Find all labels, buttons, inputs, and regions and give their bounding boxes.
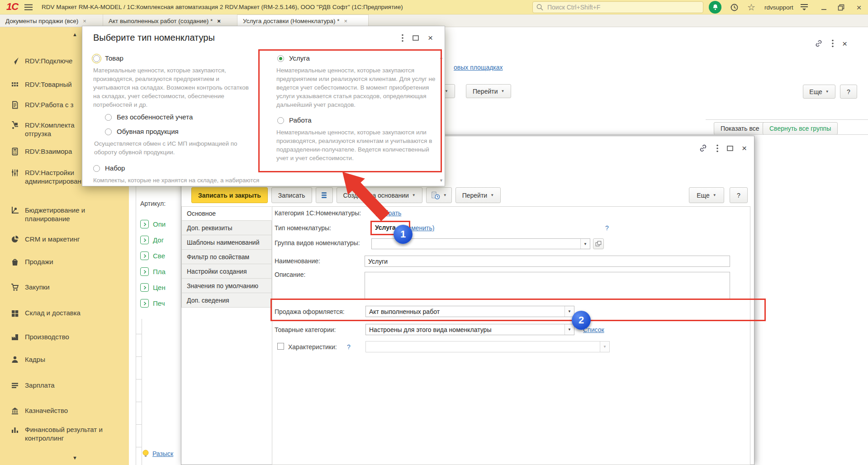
form-tab-property-filter[interactable]: Фильтр по свойствам [181, 250, 272, 264]
sidebar-item-treasury[interactable]: Казначейство [11, 406, 106, 415]
sidebar-item-payroll[interactable]: Зарплата [11, 381, 106, 389]
user-menu[interactable]: rdvsupport [764, 4, 793, 11]
tab-work-act[interactable]: Акт выполненных работ (создание) * × [103, 14, 237, 27]
sidebar-item-sales[interactable]: Продажи [11, 257, 106, 266]
type-help[interactable]: ? [605, 224, 609, 232]
create-based-on-button[interactable]: Создать на основании▼ [337, 187, 422, 203]
chevron-down-icon[interactable]: ▼ [580, 239, 590, 249]
radio-bez-osobennostey[interactable] [105, 114, 112, 121]
category-select-link[interactable]: Выбрать [376, 209, 401, 217]
sidebar-item-rdv-nastroiki[interactable]: RDV:Настройки администрирование [11, 168, 74, 185]
tab-sales-documents[interactable]: Документы продажи (все) × [0, 14, 103, 27]
close-window-icon[interactable]: × [742, 144, 747, 152]
minimize-button[interactable] [817, 0, 830, 14]
restore-button[interactable] [834, 0, 848, 14]
radio-obuv-label[interactable]: Обувная продукция [117, 128, 179, 135]
modal-scroll-up[interactable]: ▲ [439, 55, 443, 60]
main-menu-icon[interactable] [23, 0, 34, 14]
radio-tovar-label[interactable]: Товар [105, 54, 123, 62]
kebab-menu-icon[interactable] [832, 39, 834, 47]
name-input[interactable] [365, 256, 730, 267]
form-goto-button[interactable]: Перейти▼ [455, 187, 501, 203]
sidebar-scroll-up[interactable]: ▲ [72, 32, 77, 37]
form-tab-name-templates[interactable]: Шаблоны наименований [181, 235, 272, 250]
group-compare-button[interactable] [593, 238, 604, 249]
radio-usluga[interactable] [277, 55, 284, 62]
nav-item-contracts[interactable]: Дог [140, 236, 164, 244]
characteristics-checkbox[interactable] [277, 343, 284, 350]
form-tab-main[interactable]: Основное [181, 206, 272, 221]
radio-nabor-label[interactable]: Набор [105, 164, 125, 172]
nav-item-info[interactable]: Све [140, 251, 165, 260]
sidebar-item-rdv-komplekta[interactable]: RDV:Комплекта отгрузка [11, 121, 74, 138]
maximize-icon[interactable] [727, 146, 733, 151]
characteristics-combo[interactable]: ▼ [365, 341, 610, 352]
show-in-list-button[interactable] [316, 187, 333, 203]
sidebar-item-financial-result[interactable]: Финансовый результат и контроллинг [11, 425, 106, 442]
radio-bez-label[interactable]: Без особенностей учета [117, 113, 193, 121]
background-more-button[interactable]: Еще▼ [803, 85, 835, 99]
close-window-icon[interactable]: × [842, 39, 847, 48]
save-and-close-button[interactable]: Записать и закрыть [191, 187, 268, 203]
radio-tovar[interactable] [93, 55, 100, 62]
collapse-all-groups-button[interactable]: Свернуть все группы [763, 122, 838, 135]
nav-item-description[interactable]: Опи [140, 220, 166, 228]
close-modal-icon[interactable]: × [428, 33, 433, 42]
sidebar-item-hr[interactable]: Кадры [11, 355, 106, 364]
nav-item-prices[interactable]: Цен [140, 283, 166, 292]
get-link-icon[interactable] [698, 143, 708, 153]
sidebar-scroll-down[interactable]: ▼ [72, 455, 77, 460]
form-tab-additional-info[interactable]: Доп. сведения [181, 293, 272, 308]
favorites-button[interactable]: ☆ [745, 0, 758, 14]
radio-rabota-label[interactable]: Работа [289, 116, 312, 124]
document-history-button[interactable]: ▼ [426, 187, 452, 203]
sidebar-item-rdv-rabota[interactable]: RDV:Работа с з [11, 100, 74, 109]
tab-close-icon[interactable]: × [344, 18, 348, 24]
chevron-down-icon[interactable]: ▼ [564, 324, 574, 335]
sidebar-item-warehouse[interactable]: Склад и доставка [11, 308, 106, 317]
history-button[interactable] [727, 0, 741, 14]
sidebar-item-budgeting[interactable]: Бюджетирование и планирование [11, 206, 106, 223]
modal-scroll-down[interactable]: ▼ [439, 178, 443, 183]
sale-combo[interactable]: Акт выполненных работ ▼ [365, 306, 574, 317]
background-help-button[interactable]: ? [840, 85, 857, 99]
tab-close-icon[interactable]: × [217, 18, 221, 24]
radio-rabota[interactable] [277, 117, 284, 124]
usluga-description: Нематериальные ценности, которые закупаю… [276, 66, 436, 109]
radio-obuvnaya[interactable] [105, 128, 112, 135]
radio-nabor[interactable] [93, 165, 100, 172]
sidebar-item-crm[interactable]: CRM и маркетинг [11, 235, 106, 243]
sidebar-item-purchases[interactable]: Закупки [11, 283, 106, 291]
form-tab-additional-requisites[interactable]: Доп. реквизиты [181, 221, 272, 235]
show-all-button[interactable]: Показать все [714, 122, 766, 135]
kebab-menu-icon[interactable] [402, 34, 403, 42]
bottom-search-link[interactable]: Разыск [152, 450, 173, 457]
save-button[interactable]: Записать [271, 187, 312, 203]
notifications-button[interactable] [708, 0, 722, 14]
marketplace-link[interactable]: овых площадках [454, 64, 503, 71]
close-app-button[interactable]: × [852, 0, 866, 14]
tab-close-icon[interactable]: × [83, 18, 86, 24]
sidebar-item-rdv-podklyuche[interactable]: RDV:Подключе [11, 57, 74, 65]
menu-caret-icon [800, 4, 808, 11]
form-tab-creation-settings[interactable]: Настройки создания [181, 264, 272, 279]
sidebar-item-production[interactable]: Производство [11, 332, 106, 341]
service-menu-button[interactable] [797, 0, 811, 14]
description-textarea[interactable] [365, 272, 730, 299]
form-more-button[interactable]: Еще▼ [689, 187, 724, 203]
characteristics-help[interactable]: ? [347, 343, 351, 351]
categories-combo[interactable]: Настроены для этого вида номенклатуры ▼ [365, 324, 574, 335]
nav-item-plans[interactable]: Пла [140, 267, 166, 276]
form-tab-default-values[interactable]: Значения по умолчанию [181, 279, 272, 293]
background-goto-button[interactable]: Перейти▼ [466, 84, 511, 98]
maximize-icon[interactable] [413, 35, 419, 41]
radio-usluga-label[interactable]: Услуга [289, 54, 310, 62]
search-input[interactable] [546, 3, 699, 11]
tab-delivery-service[interactable]: Услуга доставки (Номенклатура) * × [237, 14, 369, 27]
sidebar-item-rdv-vzaimora[interactable]: RDV:Взаимора [11, 147, 74, 156]
sidebar-item-rdv-tovarny[interactable]: RDV:Товарный [11, 80, 74, 89]
kebab-menu-icon[interactable] [716, 144, 718, 152]
get-link-icon[interactable] [814, 39, 823, 48]
nav-item-print[interactable]: Печ [140, 299, 165, 308]
form-help-button[interactable]: ? [730, 187, 748, 203]
